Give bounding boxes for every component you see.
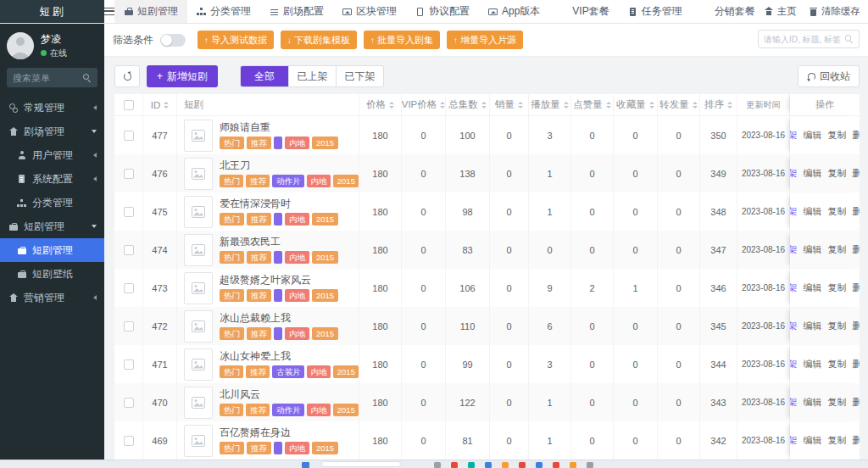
- sidebar-item[interactable]: 用户管理: [0, 143, 104, 167]
- edit-link[interactable]: 编辑: [804, 205, 822, 218]
- status-tab[interactable]: 已下架: [336, 66, 383, 86]
- publish-link[interactable]: 上架: [790, 396, 798, 409]
- delete-link[interactable]: 删除: [853, 243, 860, 256]
- row-checkbox[interactable]: [124, 245, 134, 255]
- filter-toggle[interactable]: [160, 34, 186, 47]
- status-tab[interactable]: 已上架: [288, 66, 336, 86]
- sort-icon[interactable]: [481, 102, 487, 109]
- delete-link[interactable]: 删除: [853, 434, 860, 447]
- sidebar-item[interactable]: 短剧管理: [0, 214, 104, 238]
- sidebar-item[interactable]: 短剧管理: [0, 238, 104, 262]
- refresh-button[interactable]: [114, 65, 140, 87]
- import-button[interactable]: ↑ 批量导入剧集: [364, 31, 440, 49]
- search-icon[interactable]: [844, 35, 854, 44]
- topnav-item[interactable]: 分类管理: [187, 0, 260, 23]
- col-vip-price[interactable]: VIP价格: [402, 94, 446, 115]
- copy-link[interactable]: 复制: [828, 396, 847, 409]
- copy-link[interactable]: 复制: [828, 434, 847, 447]
- publish-link[interactable]: 上架: [790, 281, 798, 294]
- delete-link[interactable]: 删除: [853, 167, 860, 180]
- drama-thumbnail[interactable]: [184, 425, 213, 457]
- sidebar-item[interactable]: 系统配置: [0, 167, 104, 191]
- drama-thumbnail[interactable]: [184, 310, 213, 343]
- sort-icon[interactable]: [727, 102, 732, 109]
- edit-link[interactable]: 编辑: [804, 434, 822, 447]
- taskbar-app-icon[interactable]: [536, 462, 542, 468]
- row-checkbox[interactable]: [124, 436, 134, 446]
- edit-link[interactable]: 编辑: [804, 358, 822, 370]
- home-link[interactable]: 主页: [765, 5, 797, 18]
- search-icon[interactable]: [82, 73, 92, 82]
- sidebar-item[interactable]: 营销管理: [0, 286, 104, 309]
- copy-link[interactable]: 复制: [828, 129, 847, 142]
- col-id[interactable]: ID: [143, 94, 177, 115]
- sort-icon[interactable]: [649, 102, 654, 109]
- topnav-item[interactable]: 剧场配置: [260, 0, 333, 23]
- publish-link[interactable]: 上架: [790, 434, 798, 447]
- drama-thumbnail[interactable]: [184, 158, 213, 190]
- edit-link[interactable]: 编辑: [804, 167, 822, 180]
- drama-thumbnail[interactable]: [184, 272, 213, 304]
- col-episodes[interactable]: 总集数: [446, 94, 490, 115]
- edit-link[interactable]: 编辑: [804, 243, 822, 256]
- col-plays[interactable]: 播放量: [529, 94, 571, 115]
- edit-link[interactable]: 编辑: [804, 281, 822, 294]
- taskbar-app-icon[interactable]: [587, 462, 593, 468]
- drama-thumbnail[interactable]: [184, 234, 213, 266]
- delete-link[interactable]: 删除: [853, 129, 860, 142]
- copy-link[interactable]: 复制: [828, 205, 847, 218]
- taskbar-app-icon[interactable]: [553, 462, 559, 468]
- delete-link[interactable]: 删除: [853, 320, 860, 332]
- sidebar-item[interactable]: 短剧壁纸: [0, 262, 104, 286]
- sidebar-item[interactable]: 常规管理: [0, 96, 104, 120]
- col-shares[interactable]: 转发量: [658, 94, 700, 115]
- topnav-item[interactable]: 任务管理: [619, 0, 692, 23]
- col-sales[interactable]: 销量: [490, 94, 529, 115]
- taskbar-app-icon[interactable]: [485, 462, 492, 468]
- topnav-item[interactable]: App版本: [479, 0, 549, 23]
- edit-link[interactable]: 编辑: [804, 129, 822, 142]
- recycle-bin-button[interactable]: 回收站: [798, 65, 860, 87]
- col-sort[interactable]: 排序: [700, 94, 737, 115]
- import-button[interactable]: ↑ 增量导入片源: [447, 31, 523, 49]
- sort-icon[interactable]: [389, 102, 394, 109]
- edit-link[interactable]: 编辑: [804, 396, 822, 409]
- drama-thumbnail[interactable]: [184, 387, 213, 419]
- copy-link[interactable]: 复制: [828, 281, 847, 294]
- start-button-icon[interactable]: [302, 462, 309, 468]
- publish-link[interactable]: 上架: [790, 320, 798, 332]
- delete-link[interactable]: 删除: [853, 358, 860, 370]
- add-drama-button[interactable]: + 新增短剧: [147, 65, 218, 87]
- publish-link[interactable]: 上架: [790, 358, 798, 370]
- taskbar-app-icon[interactable]: [519, 462, 526, 468]
- publish-link[interactable]: 上架: [790, 129, 798, 142]
- topnav-item[interactable]: 短剧管理: [114, 0, 187, 23]
- sort-icon[interactable]: [518, 102, 523, 109]
- topnav-item[interactable]: VIP套餐: [549, 0, 618, 23]
- publish-link[interactable]: 上架: [790, 243, 798, 256]
- topnav-item[interactable]: 区块管理: [333, 0, 406, 23]
- publish-link[interactable]: 上架: [790, 205, 798, 218]
- sidebar-toggle-button[interactable]: [104, 0, 114, 23]
- status-tab[interactable]: 全部: [241, 66, 288, 86]
- import-button[interactable]: ↑ 导入测试数据: [198, 31, 274, 49]
- sort-icon[interactable]: [440, 102, 445, 109]
- copy-link[interactable]: 复制: [828, 358, 847, 370]
- sort-icon[interactable]: [693, 102, 698, 109]
- taskbar-app-icon[interactable]: [434, 462, 441, 468]
- taskbar-app-icon[interactable]: [570, 462, 576, 468]
- drama-thumbnail[interactable]: [184, 348, 213, 381]
- copy-link[interactable]: 复制: [828, 320, 847, 332]
- row-checkbox[interactable]: [124, 169, 134, 179]
- col-likes[interactable]: 点赞量: [571, 94, 614, 115]
- sort-icon[interactable]: [164, 102, 169, 109]
- edit-link[interactable]: 编辑: [804, 320, 822, 332]
- publish-link[interactable]: 上架: [790, 167, 798, 180]
- col-price[interactable]: 价格: [359, 94, 402, 115]
- row-checkbox[interactable]: [124, 283, 134, 293]
- select-all-checkbox[interactable]: [124, 100, 134, 110]
- row-checkbox[interactable]: [124, 131, 134, 141]
- clear-cache-button[interactable]: 清除缓存: [809, 5, 860, 18]
- drama-thumbnail[interactable]: [184, 196, 213, 228]
- delete-link[interactable]: 删除: [853, 281, 860, 294]
